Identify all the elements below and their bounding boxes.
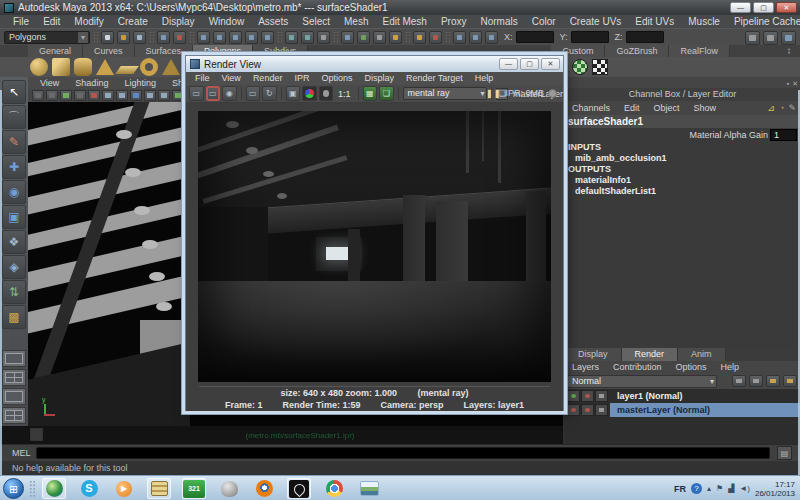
- cb-object-menu[interactable]: Object: [647, 103, 687, 113]
- tray-action-center-icon[interactable]: ⚑: [716, 484, 723, 493]
- poly-plane-icon[interactable]: [115, 66, 139, 74]
- film-gate-icon[interactable]: [88, 90, 100, 101]
- menu-assets[interactable]: Assets: [251, 15, 295, 28]
- undo-icon[interactable]: [157, 31, 170, 44]
- rv-menu-help[interactable]: Help: [469, 72, 500, 85]
- rv-renderer-dropdown[interactable]: mental ray: [403, 87, 488, 100]
- menu-display[interactable]: Display: [155, 15, 202, 28]
- select-hierarchy-icon[interactable]: [453, 31, 466, 44]
- bookmark-icon[interactable]: [46, 90, 58, 101]
- rv-menu-file[interactable]: File: [189, 72, 216, 85]
- rv-render-settings-icon[interactable]: ▦: [363, 86, 378, 101]
- single-pane-layout-icon[interactable]: [2, 350, 26, 367]
- field-chart-icon[interactable]: [130, 90, 142, 101]
- rv-render-region-icon[interactable]: ▣: [286, 86, 301, 101]
- paint-select-tool-icon[interactable]: ✎: [2, 130, 26, 154]
- rv-minimize-button[interactable]: —: [499, 58, 518, 70]
- output-node-item[interactable]: defaultShaderList1: [565, 186, 800, 197]
- wireframe-display-icon[interactable]: [172, 90, 184, 101]
- move-layer-up-icon[interactable]: [732, 375, 746, 387]
- layer-row[interactable]: layer1 (Normal): [565, 389, 800, 403]
- move-tool-icon[interactable]: ✚: [2, 155, 26, 179]
- contribution-menu[interactable]: Contribution: [606, 361, 669, 373]
- layers-menu[interactable]: Layers: [565, 361, 606, 373]
- z-coord-field[interactable]: [626, 31, 664, 43]
- four-pane-layout-icon[interactable]: [2, 369, 26, 386]
- resolution-gate-icon[interactable]: [102, 90, 114, 101]
- taskbar-photo-viewer-icon[interactable]: [357, 478, 381, 499]
- rv-menu-options[interactable]: Options: [315, 72, 358, 85]
- gate-mask-icon[interactable]: [116, 90, 128, 101]
- show-manipulator-icon[interactable]: ⇅: [2, 280, 26, 304]
- output-node-item[interactable]: materialInfo1: [565, 175, 800, 186]
- menu-edit-uvs[interactable]: Edit UVs: [628, 15, 681, 28]
- redo-icon[interactable]: [173, 31, 186, 44]
- shelf-options-icon[interactable]: ↨: [787, 46, 797, 56]
- select-tool-icon[interactable]: ↖: [2, 80, 26, 104]
- script-editor-icon[interactable]: ▤: [777, 446, 792, 460]
- last-tool-used-icon[interactable]: ▩: [2, 305, 26, 329]
- menu-proxy[interactable]: Proxy: [434, 15, 474, 28]
- taskbar-pen-tablet-icon[interactable]: [287, 478, 311, 499]
- rv-menu-render[interactable]: Render: [247, 72, 289, 85]
- minimize-button[interactable]: —: [730, 2, 751, 13]
- shelf-tab-gozbrush[interactable]: GoZBrush: [605, 45, 669, 57]
- safe-title-icon[interactable]: [158, 90, 170, 101]
- layer-visibility-toggle[interactable]: [581, 390, 594, 402]
- snap-view-plane-icon[interactable]: [245, 31, 258, 44]
- tray-show-hidden-icon[interactable]: ▴: [707, 484, 711, 493]
- select-component-icon[interactable]: [485, 31, 498, 44]
- tab-display[interactable]: Display: [565, 348, 622, 361]
- save-scene-icon[interactable]: [133, 31, 146, 44]
- rv-ipr-render-icon[interactable]: ▭: [246, 86, 261, 101]
- y-coord-field[interactable]: [571, 31, 609, 43]
- rv-maximize-button[interactable]: ▢: [520, 58, 539, 70]
- menu-create[interactable]: Create: [111, 15, 155, 28]
- lasso-tool-icon[interactable]: ⌒: [2, 105, 26, 129]
- poly-sphere-icon[interactable]: [30, 58, 48, 76]
- menu-pipeline-cache[interactable]: Pipeline Cache: [727, 15, 800, 28]
- render-view-canvas[interactable]: [186, 103, 563, 387]
- new-empty-layer-icon[interactable]: [766, 375, 780, 387]
- selection-mode-dropdown[interactable]: Polygons: [4, 31, 90, 44]
- tool-settings-toggle-icon[interactable]: [763, 31, 778, 45]
- selected-node-name[interactable]: surfaceShader1: [565, 115, 800, 128]
- manipulator-mode-icon[interactable]: ⊿: [767, 101, 775, 115]
- rv-ipr-pause-icon[interactable]: ❚❚: [486, 89, 501, 98]
- menu-muscle[interactable]: Muscle: [681, 15, 727, 28]
- render-view-title-bar[interactable]: Render View — ▢ ✕: [186, 56, 563, 72]
- tray-network-icon[interactable]: ▟: [728, 484, 734, 493]
- shelf-tab-general[interactable]: General: [28, 45, 83, 57]
- menu-create-uvs[interactable]: Create UVs: [563, 15, 629, 28]
- taskbar-mpc-icon[interactable]: 321: [182, 478, 206, 499]
- grip-separator[interactable]: [277, 31, 282, 44]
- tab-anim[interactable]: Anim: [678, 348, 726, 361]
- close-button[interactable]: ✕: [776, 2, 797, 13]
- quick-help-icon[interactable]: [389, 31, 402, 44]
- tray-volume-icon[interactable]: ◄): [739, 484, 750, 493]
- taskbar-gimp-icon[interactable]: [217, 478, 241, 499]
- highlight-selection-icon[interactable]: [429, 31, 442, 44]
- title-bar[interactable]: Autodesk Maya 2013 x64: C:\Users\Mypc64\…: [0, 0, 800, 15]
- poly-prism-icon[interactable]: [162, 59, 180, 75]
- snap-curve-icon[interactable]: [213, 31, 226, 44]
- channel-box-toggle-icon[interactable]: [781, 31, 796, 45]
- menu-modify[interactable]: Modify: [67, 15, 110, 28]
- poly-cylinder-icon[interactable]: [74, 58, 92, 76]
- output-connections-icon[interactable]: [301, 31, 314, 44]
- poly-cube-icon[interactable]: [52, 58, 70, 76]
- speed-mode-icon[interactable]: ◔: [779, 101, 784, 115]
- snap-grid-icon[interactable]: [197, 31, 210, 44]
- poly-torus-icon[interactable]: [140, 58, 158, 76]
- cb-edit-menu[interactable]: Edit: [617, 103, 647, 113]
- grip-separator[interactable]: [333, 31, 338, 44]
- rv-ipr-stop-icon[interactable]: [548, 89, 557, 98]
- hyperbolic-mode-icon[interactable]: ✎: [788, 101, 796, 115]
- menu-edit[interactable]: Edit: [36, 15, 67, 28]
- surface-shader-shelf-icon[interactable]: [572, 59, 588, 75]
- grip-separator[interactable]: [405, 31, 410, 44]
- rv-redo-previous-render-icon[interactable]: ▭: [206, 86, 221, 101]
- attribute-value-field[interactable]: 1: [770, 129, 797, 141]
- taskbar-blender-icon[interactable]: [252, 478, 276, 499]
- rv-menu-render-target[interactable]: Render Target: [400, 72, 469, 85]
